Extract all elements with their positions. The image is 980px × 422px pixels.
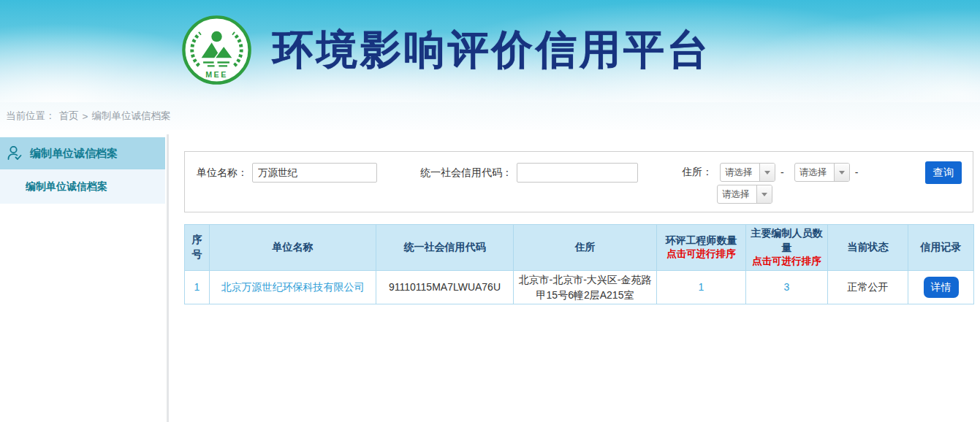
sidebar: 编制单位诚信档案 编制单位诚信档案 — [0, 137, 165, 204]
sort-hint: 点击可进行排序 — [660, 248, 742, 261]
row-index: 1 — [185, 271, 210, 304]
svg-text:MEE: MEE — [205, 70, 227, 79]
table-row: 1 北京万源世纪环保科技有限公司 91110115MA7LWUA76U 北京市-… — [185, 271, 974, 304]
breadcrumb-separator: > — [83, 111, 88, 122]
sidebar-group-unit-credit-archive[interactable]: 编制单位诚信档案 — [0, 137, 165, 169]
sidebar-divider — [167, 134, 169, 422]
row-status: 正常公开 — [828, 271, 908, 304]
col-header-credit-code: 统一社会信用代码 — [376, 225, 514, 271]
address-separator: - — [855, 166, 859, 178]
col-header-credit-record: 信用记录 — [908, 225, 974, 271]
unit-name-label: 单位名称： — [197, 166, 248, 180]
breadcrumb: 当前位置： 首页 > 编制单位诚信档案 — [0, 102, 980, 130]
col-header-unit-name: 单位名称 — [210, 225, 376, 271]
sort-hint: 点击可进行排序 — [749, 255, 824, 269]
col-header-address: 住所 — [514, 225, 657, 271]
staff-count-link[interactable]: 3 — [784, 281, 790, 293]
results-table: 序号 单位名称 统一社会信用代码 住所 环评工程师数量 点击可进行排序 主要编制… — [184, 224, 974, 304]
row-staff-count: 3 — [746, 271, 828, 304]
main-content: 单位名称： 统一社会信用代码： 住所： 请选择 - 请选择 - 请选择 — [175, 130, 980, 422]
user-check-icon — [6, 145, 23, 162]
row-unit-name: 北京万源世纪环保科技有限公司 — [210, 271, 376, 304]
chevron-down-icon[interactable] — [759, 164, 775, 181]
company-link[interactable]: 北京万源世纪环保科技有限公司 — [221, 281, 365, 293]
col-header-staff-count-sort[interactable]: 主要编制人员数量 点击可进行排序 — [746, 225, 828, 271]
breadcrumb-prefix: 当前位置： — [6, 110, 56, 123]
breadcrumb-home-link[interactable]: 首页 — [59, 110, 79, 123]
sidebar-item-label: 编制单位诚信档案 — [26, 180, 107, 193]
mee-logo-icon: MEE — [181, 15, 252, 85]
row-address: 北京市-北京市-大兴区-金苑路甲15号6幢2层A215室 — [514, 271, 657, 304]
credit-code-input[interactable] — [517, 163, 638, 183]
search-panel: 单位名称： 统一社会信用代码： 住所： 请选择 - 请选择 - 请选择 — [184, 151, 973, 212]
address-separator: - — [780, 166, 784, 178]
row-credit-code: 91110115MA7LWUA76U — [376, 271, 514, 304]
sidebar-item-unit-credit-archive[interactable]: 编制单位诚信档案 — [0, 169, 165, 204]
detail-button[interactable]: 详情 — [924, 277, 959, 298]
sidebar-group-label: 编制单位诚信档案 — [30, 147, 118, 161]
chevron-down-icon[interactable] — [756, 185, 772, 203]
credit-code-label: 统一社会信用代码： — [420, 166, 512, 180]
breadcrumb-current: 编制单位诚信档案 — [91, 110, 170, 123]
table-header-row: 序号 单位名称 统一社会信用代码 住所 环评工程师数量 点击可进行排序 主要编制… — [185, 225, 974, 271]
address-city-select[interactable]: 请选择 — [794, 163, 850, 182]
address-province-select[interactable]: 请选择 — [720, 163, 775, 182]
address-label: 住所： — [682, 166, 713, 179]
address-district-select[interactable]: 请选择 — [717, 185, 772, 204]
engineer-count-link[interactable]: 1 — [699, 281, 704, 293]
site-header: MEE 环境影响评价信用平台 — [0, 0, 980, 102]
query-button[interactable]: 查询 — [925, 161, 962, 184]
unit-name-input[interactable] — [252, 163, 377, 183]
col-header-status: 当前状态 — [828, 225, 908, 271]
row-engineer-count: 1 — [657, 271, 746, 304]
page-title: 环境影响评价信用平台 — [273, 23, 711, 78]
row-credit-record: 详情 — [908, 271, 974, 304]
chevron-down-icon[interactable] — [834, 164, 849, 181]
col-header-index: 序号 — [185, 225, 210, 271]
col-header-engineer-count-sort[interactable]: 环评工程师数量 点击可进行排序 — [657, 225, 746, 271]
